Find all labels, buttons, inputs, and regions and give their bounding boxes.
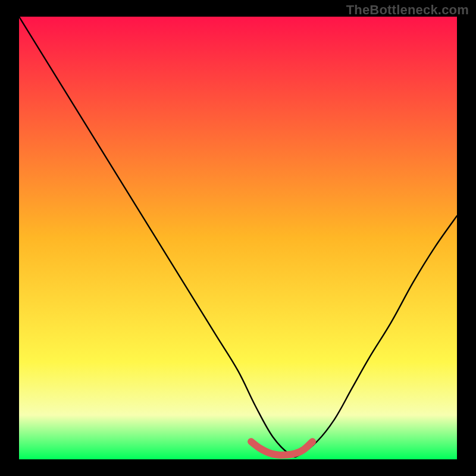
gradient-background: [19, 17, 457, 459]
plot-area: [19, 17, 457, 459]
plot-svg: [19, 17, 457, 459]
watermark-label: TheBottleneck.com: [346, 2, 469, 18]
chart-frame: TheBottleneck.com: [0, 0, 476, 476]
